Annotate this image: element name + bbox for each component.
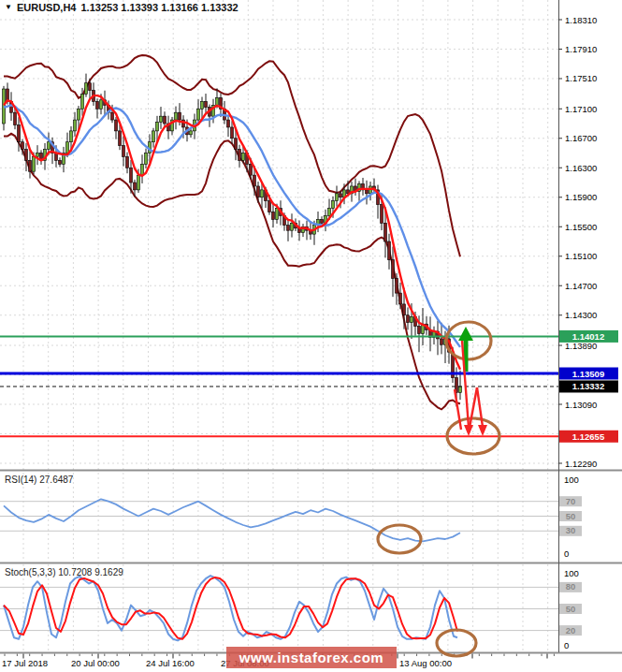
price-axis-label: 1.16700 xyxy=(565,133,597,143)
price-axis-label: 1.17910 xyxy=(565,44,597,54)
scale-label: 0 xyxy=(564,548,569,559)
price-axis-label: 1.15900 xyxy=(565,192,597,202)
level-badge-text: 80 xyxy=(566,581,576,592)
level-badge-text: 70 xyxy=(566,496,576,506)
level-badge-text: 30 xyxy=(566,525,576,535)
level-badge-text: 20 xyxy=(566,625,576,635)
scale-label: 100 xyxy=(564,475,579,485)
time-axis-label: 20 Jul 00:00 xyxy=(71,658,120,668)
price-badge-text: 1.12655 xyxy=(572,431,605,442)
price-badge-text: 1.13332 xyxy=(572,381,604,391)
price-axis-label: 1.14700 xyxy=(565,281,597,291)
price-axis-label: 1.18310 xyxy=(565,15,597,25)
rsi-axis: 1007050300 xyxy=(559,475,582,559)
price-axis-label: 1.12290 xyxy=(565,459,597,469)
price-axis-label: 1.13090 xyxy=(565,400,597,410)
scale-label: 100 xyxy=(564,568,579,578)
scale-label: 0 xyxy=(564,640,569,650)
price-axis-label: 1.15500 xyxy=(565,222,597,232)
symbol-timeframe-label: EURUSD,H4 xyxy=(17,2,77,13)
chart-title-bar: ▼ EURUSD,H4 1.13253 1.13393 1.13166 1.13… xyxy=(5,2,239,13)
instaforex-watermark: www.instaforex.com xyxy=(226,647,397,668)
level-badge-text: 50 xyxy=(566,604,576,614)
price-axis-label: 1.17510 xyxy=(565,73,597,83)
price-axis-label: 1.14300 xyxy=(565,310,597,320)
stoch-axis: 1008050200 xyxy=(559,568,582,650)
price-axis-label: 1.16300 xyxy=(565,163,597,173)
price-axis-label: 1.15100 xyxy=(565,251,597,261)
symbol-dropdown-icon[interactable]: ▼ xyxy=(5,4,12,11)
price-badge-text: 1.14012 xyxy=(572,331,604,342)
time-axis-label: 17 Jul 2018 xyxy=(2,658,48,668)
rsi-indicator-label: RSI(14) 27.6487 xyxy=(5,475,73,485)
time-axis-label: 13 Aug 00:00 xyxy=(399,658,452,668)
price-badge-text: 1.13509 xyxy=(572,369,604,379)
price-axis-label: 1.17100 xyxy=(565,104,597,114)
chart-window: 1.183101.179101.175101.171001.167001.163… xyxy=(0,0,622,672)
ohlc-values: 1.13253 1.13393 1.13166 1.13332 xyxy=(81,2,239,13)
level-badge-text: 50 xyxy=(566,511,576,521)
time-axis-label: 24 Jul 16:00 xyxy=(146,658,195,668)
price-axis[interactable]: 1.183101.179101.175101.171001.167001.163… xyxy=(558,15,618,469)
stoch-indicator-label: Stoch(5,3,3) 10.7208 9.1629 xyxy=(5,567,123,577)
